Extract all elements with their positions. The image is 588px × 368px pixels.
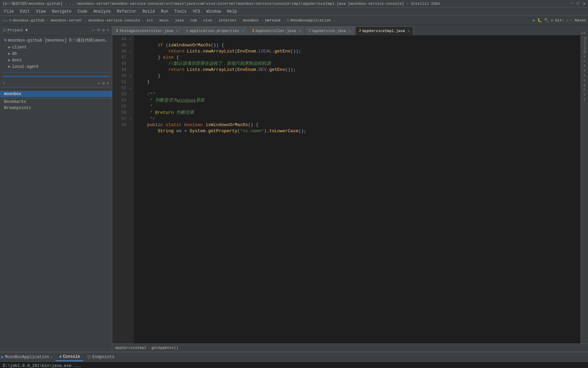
right-panel-hiber[interactable]: h: [583, 88, 586, 92]
tab-close-appservice[interactable]: ✕: [349, 29, 351, 33]
line-49: 49: [112, 67, 126, 73]
nav-item-moonbox[interactable]: moonbox: [243, 18, 259, 22]
sidebar-collapse-icon[interactable]: ⇔: [92, 28, 95, 33]
menu-help[interactable]: Help: [224, 9, 240, 15]
right-panel-caffeine[interactable]: c: [583, 59, 586, 64]
tab-icon-appservice: I: [309, 29, 311, 33]
tab-scroll-right[interactable]: ▸5: [581, 31, 585, 35]
line-48: 48: [112, 61, 126, 67]
line-55: 55: [112, 104, 126, 110]
right-panel-guava[interactable]: g: [583, 83, 586, 88]
nav-forward-icon[interactable]: ▷: [6, 18, 8, 22]
right-panel-elastic[interactable]: e: [583, 78, 586, 83]
git-check-icon[interactable]: ✓: [566, 18, 569, 22]
maximize-button[interactable]: □: [577, 1, 579, 6]
sidebar-settings-icon[interactable]: ⚙: [102, 28, 105, 33]
tab-icon-appserviceimpl: J: [359, 29, 361, 33]
right-panel-profiling[interactable]: Profiling: [582, 36, 587, 54]
tab-close-props[interactable]: ✕: [242, 29, 244, 33]
tab-icon-testagent: J: [116, 29, 118, 33]
debug-icon[interactable]: 🐛: [537, 18, 542, 22]
nav-item-src[interactable]: src: [146, 18, 153, 22]
nav-item-service[interactable]: service: [265, 18, 281, 22]
menu-code[interactable]: Code: [75, 9, 90, 15]
tab-endpoints[interactable]: ⬡ Endpoints: [84, 353, 118, 361]
right-panel: Profiling a c d d e e g h i j: [581, 35, 588, 343]
tab-testagentcontroller[interactable]: J TestAgentController.java ✕: [112, 26, 182, 35]
menu-analyze[interactable]: Analyze: [91, 9, 113, 15]
run-app-icon: ▶: [1, 355, 4, 359]
nav-item-com[interactable]: com: [190, 18, 197, 22]
right-panel-date[interactable]: d: [583, 64, 586, 68]
sidebar-sort-icon[interactable]: ⟳: [97, 28, 100, 33]
right-panel-java[interactable]: j: [583, 97, 586, 102]
menu-window[interactable]: Window: [203, 9, 224, 15]
maven-label[interactable]: Maven: [575, 18, 586, 22]
sidebar-item-docs[interactable]: ▶docs: [0, 57, 112, 63]
menu-view[interactable]: View: [33, 9, 49, 15]
sidebar-close-icon[interactable]: ✕: [107, 28, 109, 33]
tab-close-appserviceimpl[interactable]: ✕: [408, 29, 410, 33]
nav-item-project[interactable]: moonbox-github: [13, 18, 44, 22]
menu-build[interactable]: Build: [140, 9, 158, 15]
line-47: 47: [112, 55, 126, 61]
tab-close-testagent[interactable]: ✕: [176, 29, 178, 33]
right-panel-ehc[interactable]: e: [583, 73, 586, 78]
run-app-label[interactable]: MoonBoxApplication: [5, 355, 49, 359]
menu-navigate[interactable]: Navigate: [49, 9, 74, 15]
sidebar-item-local-agent[interactable]: ▶local-agent: [0, 63, 112, 70]
breadcrumb-text: AppServiceImpl: [115, 346, 146, 350]
nav-back-icon[interactable]: ◁: [2, 18, 4, 22]
tab-console[interactable]: ≡ Console: [56, 353, 83, 361]
line-53: 53: [112, 91, 126, 97]
nav-item-internet[interactable]: internet: [218, 18, 236, 22]
menu-refactor[interactable]: Refactor: [114, 9, 139, 15]
bottom-tab-bar: ▶ MoonBoxApplication ✕ ≡ Console ⬡ Endpo…: [0, 352, 588, 362]
menu-edit[interactable]: Edit: [17, 9, 33, 15]
nav-item-moonboxapp[interactable]: MoonBoxApplication: [290, 18, 331, 22]
sidebar-item-bookmarks[interactable]: Bookmarks: [0, 99, 112, 105]
right-panel-apache[interactable]: a: [583, 54, 586, 59]
tab-application-properties[interactable]: ⚙ application.properties ✕: [182, 26, 247, 35]
code-content[interactable]: if (isWindowsOrMacOs()) { return Lists.n…: [134, 35, 581, 343]
sidebar-item-moonbox-github[interactable]: ▼moonbox-github [moonbox] D:\项目代码\moonbo…: [0, 37, 112, 44]
menu-vcs[interactable]: VCS: [190, 9, 203, 15]
sidebar2-icon1[interactable]: ⇔: [98, 81, 100, 86]
nav-item-console[interactable]: moonbox-service-console: [88, 18, 140, 22]
nav-item-server[interactable]: moonbox-server: [51, 18, 82, 22]
sidebar2-icon2[interactable]: ⚙: [102, 81, 105, 86]
code-breadcrumb: AppServiceImpl › getAppEnvs(): [112, 343, 588, 352]
endpoints-icon: ⬡: [87, 355, 91, 359]
tab-close-appctrl[interactable]: ✕: [299, 29, 301, 33]
build-icon[interactable]: 🔨: [544, 18, 549, 22]
menu-run[interactable]: Run: [158, 9, 171, 15]
sidebar-content: ▼moonbox-github [moonbox] D:\项目代码\moonbo…: [0, 35, 112, 352]
settings-icon[interactable]: ⚙: [551, 18, 553, 22]
line-57: 57: [112, 116, 126, 122]
tab-icon-props: ⚙: [186, 29, 188, 33]
tab-appserviceimpl[interactable]: J AppServiceImpl.java ✕: [355, 26, 413, 35]
sidebar-item-db[interactable]: ▶db: [0, 50, 112, 57]
git-update-icon[interactable]: ✓: [570, 18, 573, 22]
close-button[interactable]: ✕: [583, 1, 585, 6]
right-panel-ibati[interactable]: i: [583, 92, 586, 97]
minimize-button[interactable]: ─: [570, 1, 573, 6]
sidebar-item-breakpoints[interactable]: Breakpoints: [0, 105, 112, 111]
bottom-section: ▶ MoonBoxApplication ✕ ≡ Console ⬡ Endpo…: [0, 352, 588, 368]
run-close-icon[interactable]: ✕: [50, 355, 52, 359]
nav-item-main[interactable]: main: [160, 18, 168, 22]
git-label: Git:: [555, 18, 564, 22]
nav-item-java[interactable]: java: [175, 18, 184, 22]
code-editor: 44 45 46 47 48 49 50 51 52 53 54 55 56 5…: [112, 35, 588, 343]
run-icon[interactable]: ▶: [533, 18, 535, 22]
right-panel-dubbo[interactable]: d: [583, 68, 586, 73]
menu-file[interactable]: File: [1, 9, 17, 15]
menu-tools[interactable]: Tools: [172, 9, 190, 15]
tab-appservice[interactable]: I AppService.java ✕: [305, 26, 355, 35]
nav-item-vivo[interactable]: vivo: [203, 18, 212, 22]
sidebar-item-moonbox[interactable]: moonbox: [0, 91, 112, 97]
tab-icon-appctrl: J: [252, 29, 254, 33]
sidebar2-icon3[interactable]: ✕: [107, 81, 109, 86]
sidebar-item-client[interactable]: ▶client: [0, 44, 112, 50]
tab-appcontroller[interactable]: J AppController.java ✕: [248, 26, 305, 35]
